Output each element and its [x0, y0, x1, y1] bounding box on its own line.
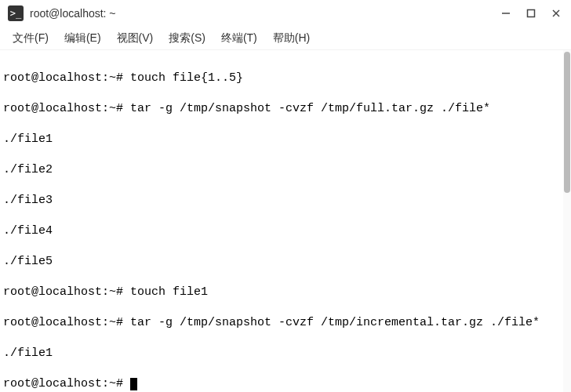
window-title: root@localhost: ~ [30, 7, 499, 20]
terminal-app-icon: >_ [8, 5, 24, 21]
terminal-line: ./file1 [3, 346, 568, 361]
terminal-line: root@localhost:~# tar -g /tmp/snapshot -… [3, 101, 568, 117]
terminal-line: root@localhost:~# touch file{1..5} [3, 71, 568, 86]
menubar: 文件(F) 编辑(E) 视图(V) 搜索(S) 终端(T) 帮助(H) [0, 27, 571, 50]
terminal-scrollbar[interactable] [563, 50, 571, 392]
svg-rect-1 [528, 10, 535, 17]
terminal-prompt: root@localhost:~# [3, 377, 130, 390]
terminal-line: ./file5 [3, 254, 568, 270]
menu-edit[interactable]: 编辑(E) [58, 28, 107, 49]
app-icon-glyph: >_ [10, 8, 21, 19]
terminal-line: ./file3 [3, 193, 568, 209]
menu-view[interactable]: 视图(V) [111, 28, 160, 49]
menu-terminal[interactable]: 终端(T) [215, 28, 264, 49]
minimize-button[interactable] [499, 6, 513, 20]
window-controls [499, 6, 563, 20]
window-titlebar: >_ root@localhost: ~ [0, 0, 571, 27]
terminal-line: ./file1 [3, 132, 568, 147]
maximize-button[interactable] [524, 6, 538, 20]
scrollbar-thumb[interactable] [564, 52, 570, 193]
close-button[interactable] [549, 6, 563, 20]
terminal-line: ./file4 [3, 223, 568, 239]
menu-file[interactable]: 文件(F) [6, 28, 55, 49]
terminal-line: root@localhost:~# touch file1 [3, 285, 568, 300]
terminal-prompt-line: root@localhost:~# [3, 376, 568, 392]
terminal-line: root@localhost:~# tar -g /tmp/snapshot -… [3, 315, 568, 331]
menu-search[interactable]: 搜索(S) [162, 28, 212, 49]
terminal-line: ./file2 [3, 162, 568, 178]
terminal-cursor [130, 378, 137, 390]
menu-help[interactable]: 帮助(H) [267, 28, 316, 49]
terminal-output[interactable]: root@localhost:~# touch file{1..5} root@… [0, 50, 571, 392]
